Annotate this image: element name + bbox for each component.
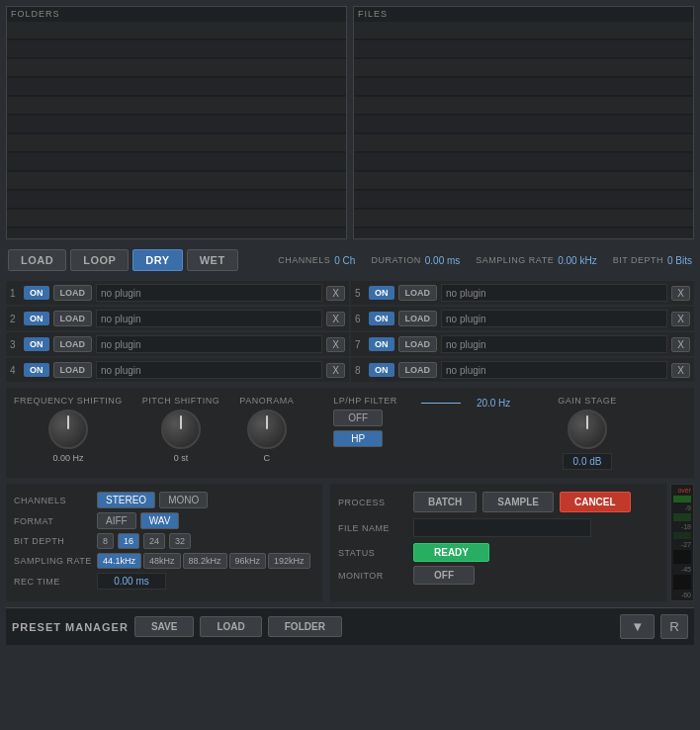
ch-load-4[interactable]: LOAD [53, 362, 93, 378]
file-row[interactable] [354, 22, 693, 40]
ch-load-5[interactable]: LOAD [398, 285, 438, 301]
preset-r-button[interactable]: R [660, 614, 688, 639]
pitch-shifting-knob[interactable] [161, 410, 201, 449]
plugin-name-5[interactable] [441, 284, 667, 302]
file-row[interactable] [354, 210, 693, 228]
plugin-name-6[interactable] [441, 310, 667, 327]
sr-882-button[interactable]: 88.2kHz [183, 553, 227, 569]
preset-dropdown-button[interactable]: ▼ [620, 614, 655, 639]
folder-row[interactable] [7, 135, 346, 152]
preset-save-button[interactable]: SAVE [134, 616, 195, 637]
folder-row[interactable] [7, 41, 346, 58]
freq-shifting-knob[interactable] [48, 410, 88, 449]
filter-off-button[interactable]: OFF [333, 410, 383, 426]
sr-192-button[interactable]: 192kHz [268, 553, 310, 569]
files-list[interactable] [354, 21, 693, 238]
panorama-knob[interactable] [247, 410, 287, 449]
file-row[interactable] [354, 116, 693, 134]
folders-list[interactable] [7, 21, 346, 238]
cancel-button[interactable]: CANCEL [560, 492, 631, 512]
sampling-rate-ctrl-label: SAMPLING RATE [14, 556, 93, 566]
ch-on-4[interactable]: ON [24, 363, 49, 377]
plugin-name-4[interactable] [96, 361, 322, 379]
plugin-name-3[interactable] [96, 335, 322, 353]
folder-row[interactable] [7, 22, 346, 40]
file-row[interactable] [354, 78, 693, 96]
ch-x-2[interactable]: X [326, 312, 345, 326]
folder-row[interactable] [7, 59, 346, 77]
ch-num-1: 1 [10, 288, 20, 299]
plugin-name-2[interactable] [96, 310, 322, 327]
folder-row[interactable] [7, 172, 346, 190]
ch-on-3[interactable]: ON [24, 337, 49, 351]
sample-button[interactable]: SAMPLE [482, 492, 554, 512]
ch-load-7[interactable]: LOAD [398, 336, 438, 352]
ch-on-5[interactable]: ON [369, 286, 394, 300]
loop-button[interactable]: LOOP [70, 249, 129, 271]
sr-96-button[interactable]: 96kHz [229, 553, 267, 569]
folder-row[interactable] [7, 191, 346, 209]
file-row[interactable] [354, 59, 693, 77]
dry-button[interactable]: DRY [132, 249, 182, 271]
bd-16-button[interactable]: 16 [118, 533, 139, 549]
stereo-button[interactable]: STEREO [97, 492, 155, 508]
ch-x-6[interactable]: X [671, 312, 690, 326]
ch-x-5[interactable]: X [671, 286, 690, 301]
batch-button[interactable]: BATCH [413, 492, 477, 512]
sr-48-button[interactable]: 48kHz [143, 553, 181, 569]
file-row[interactable] [354, 135, 693, 152]
file-row[interactable] [354, 191, 693, 209]
bottom-controls: CHANNELS STEREO MONO FORMAT AIFF WAV BIT… [6, 484, 694, 601]
filter-hp-button[interactable]: HP [333, 430, 383, 447]
gain-section: GAIN STAGE 0.0 dB [558, 396, 616, 470]
file-row[interactable] [354, 153, 693, 171]
file-name-input[interactable] [413, 518, 591, 537]
folder-row[interactable] [7, 97, 346, 115]
plugin-name-7[interactable] [441, 335, 667, 353]
wav-button[interactable]: WAV [140, 512, 180, 529]
file-row[interactable] [354, 41, 693, 58]
ch-load-6[interactable]: LOAD [398, 311, 438, 326]
ch-x-3[interactable]: X [326, 337, 345, 352]
wet-button[interactable]: WET [187, 249, 238, 271]
aiff-button[interactable]: AIFF [97, 512, 136, 529]
plugin-name-1[interactable] [96, 284, 322, 302]
folder-row[interactable] [7, 228, 346, 238]
ch-load-1[interactable]: LOAD [53, 285, 93, 301]
ch-load-3[interactable]: LOAD [53, 336, 93, 352]
bd-32-button[interactable]: 32 [169, 533, 191, 549]
ch-on-6[interactable]: ON [369, 312, 394, 325]
preset-manager: PRESET MANAGER SAVE LOAD FOLDER ▼ R [6, 607, 694, 645]
lp-hp-label: LP/HP FILTER [333, 396, 397, 406]
preset-load-button[interactable]: LOAD [200, 616, 261, 637]
bd-24-button[interactable]: 24 [143, 533, 165, 549]
folder-row[interactable] [7, 116, 346, 134]
ch-on-7[interactable]: ON [369, 337, 394, 351]
preset-folder-button[interactable]: FOLDER [268, 616, 342, 637]
plugin-name-8[interactable] [441, 361, 667, 379]
ch-x-8[interactable]: X [671, 363, 690, 378]
ch-x-7[interactable]: X [671, 337, 690, 352]
bd-8-button[interactable]: 8 [97, 533, 114, 549]
folder-row[interactable] [7, 210, 346, 228]
status-button[interactable]: READY [413, 543, 489, 562]
rec-time-input[interactable] [97, 573, 166, 590]
ch-load-2[interactable]: LOAD [53, 311, 93, 326]
file-row[interactable] [354, 172, 693, 190]
load-button[interactable]: LOAD [8, 249, 66, 271]
file-row[interactable] [354, 228, 693, 238]
sr-441-button[interactable]: 44.1kHz [97, 553, 141, 569]
ch-x-4[interactable]: X [326, 363, 345, 378]
filter-buttons: OFF HP [333, 410, 397, 447]
file-row[interactable] [354, 97, 693, 115]
ch-load-8[interactable]: LOAD [398, 362, 438, 378]
mono-button[interactable]: MONO [159, 492, 208, 508]
ch-on-8[interactable]: ON [369, 363, 394, 377]
gain-stage-knob[interactable] [568, 410, 607, 449]
monitor-button[interactable]: OFF [413, 566, 475, 585]
ch-on-1[interactable]: ON [24, 286, 49, 300]
folder-row[interactable] [7, 78, 346, 96]
folder-row[interactable] [7, 153, 346, 171]
ch-x-1[interactable]: X [326, 286, 345, 301]
ch-on-2[interactable]: ON [24, 312, 49, 325]
